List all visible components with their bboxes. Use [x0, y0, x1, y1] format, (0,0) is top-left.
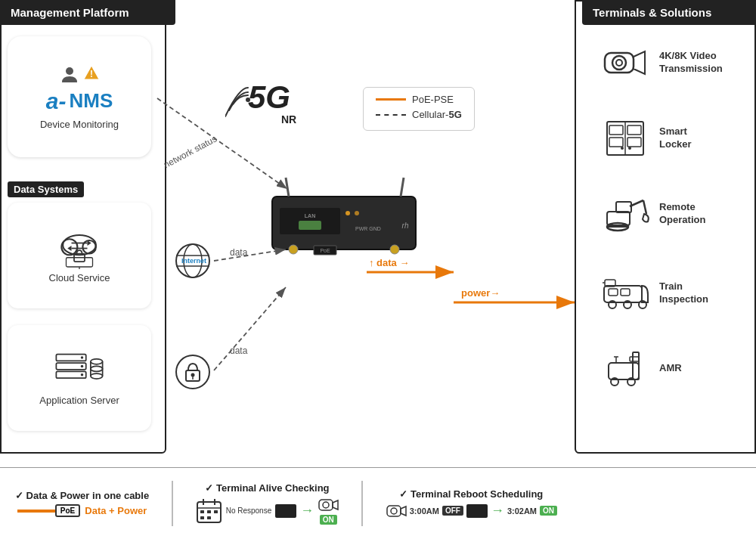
feature1-content: PoE Data + Power: [17, 504, 147, 517]
feature3-content: 3:00AM OFF → 3:02AM ON: [386, 503, 557, 519]
solution-amr: AMR: [599, 348, 750, 389]
poe-line-solid: [376, 98, 406, 101]
excavator-icon: [599, 193, 652, 234]
svg-point-16: [81, 356, 84, 359]
on-badge-1: ON: [320, 515, 337, 525]
svg-marker-107: [401, 506, 406, 516]
svg-point-106: [391, 508, 397, 514]
svg-line-74: [286, 178, 289, 197]
svg-line-39: [643, 200, 646, 214]
svg-point-72: [355, 211, 359, 215]
svg-rect-105: [387, 506, 401, 516]
svg-rect-43: [609, 289, 618, 296]
svg-point-17: [81, 365, 84, 368]
svg-point-77: [390, 245, 399, 254]
cellular-legend-item: Cellular-5G: [376, 109, 462, 120]
svg-point-3: [63, 235, 96, 255]
fiveg-nr-label: NR: [281, 113, 296, 125]
svg-line-83: [214, 287, 286, 370]
feature-alive-checking: ✓ Terminal Alive Checking No Response: [196, 482, 339, 525]
svg-rect-97: [200, 510, 204, 513]
camera-icon: [599, 42, 652, 83]
legend-box: PoE-PSE Cellular-5G: [363, 87, 475, 131]
svg-rect-99: [214, 510, 218, 513]
svg-text:PWR  GND: PWR GND: [355, 226, 381, 231]
poe-legend-label: PoE-PSE: [412, 94, 454, 105]
svg-point-22: [91, 373, 103, 379]
off-badge: OFF: [442, 506, 463, 516]
solution-remote: RemoteOperation: [599, 193, 750, 234]
poe-badge: PoE: [55, 504, 80, 517]
svg-point-25: [612, 56, 626, 70]
solution-train-label: TrainInspection: [659, 280, 750, 306]
cellular-legend-label: Cellular-5G: [412, 109, 462, 120]
security-lock-icon: [172, 352, 214, 393]
data-power-label: Data + Power: [85, 505, 147, 516]
svg-text:data: data: [230, 345, 248, 356]
app-server-icon: [53, 350, 106, 392]
solution-amr-label: AMR: [659, 362, 750, 375]
solution-video: 4K/8K VideoTransmission: [599, 42, 750, 83]
svg-rect-31: [627, 125, 641, 135]
calendar-icon: [196, 497, 222, 524]
no-response-label: No Response: [226, 506, 272, 515]
anms-logo: a- NMS: [46, 88, 113, 114]
svg-rect-50: [609, 363, 639, 379]
svg-text:rh: rh: [402, 221, 409, 230]
divider-1: [172, 481, 173, 526]
green-arrow2-icon: →: [491, 503, 504, 519]
cellular-line-dashed: [376, 114, 406, 116]
svg-point-76: [289, 245, 298, 254]
svg-rect-70: [299, 221, 321, 230]
svg-rect-37: [616, 202, 631, 212]
svg-text:network status: network status: [162, 134, 218, 171]
solution-locker-label: SmartLocker: [659, 125, 750, 151]
solution-train: TrainInspection: [599, 272, 750, 314]
device-monitoring-label: Device Monitoring: [40, 119, 119, 130]
svg-point-23: [91, 366, 103, 371]
svg-rect-98: [207, 510, 211, 513]
cloud-service-label: Cloud Service: [49, 272, 110, 283]
feature1-title: ✓ Data & Power in one cable: [15, 490, 149, 501]
time1-label: 3:00AM: [410, 506, 439, 516]
black-device-block2: [466, 504, 488, 518]
svg-rect-100: [200, 516, 204, 519]
on-badge-2: ON: [540, 506, 557, 516]
divider-2: [361, 481, 363, 526]
svg-text:Internet: Internet: [181, 257, 206, 265]
cloud-service-icon: [53, 228, 106, 269]
app-server-box: Application Server: [8, 325, 151, 431]
svg-rect-30: [609, 125, 623, 135]
amr-icon: [599, 348, 652, 389]
svg-rect-32: [609, 138, 623, 147]
green-arrow-icon: →: [300, 503, 314, 519]
camera2-icon: [386, 503, 407, 519]
fiveg-label: 5G: [248, 82, 290, 113]
internet-globe-icon: Internet: [172, 240, 214, 282]
svg-rect-44: [621, 289, 630, 296]
solution-video-label: 4K/8K VideoTransmission: [659, 50, 750, 76]
svg-text:power→: power→: [461, 287, 500, 299]
svg-rect-101: [207, 516, 211, 519]
solution-remote-label: RemoteOperation: [659, 201, 750, 227]
feature-data-power: ✓ Data & Power in one cable PoE Data + P…: [15, 490, 149, 517]
time2-label: 3:02AM: [507, 506, 537, 516]
svg-text:PoE: PoE: [320, 248, 330, 253]
feature-reboot-scheduling: ✓ Terminal Reboot Scheduling 3:00AM OFF …: [386, 488, 557, 519]
device-monitoring-box: ! a- NMS Device Monitoring: [8, 36, 151, 157]
svg-text:LAN: LAN: [305, 213, 315, 218]
router-svg: LAN PWR GND PoE rh: [257, 174, 431, 272]
svg-point-18: [81, 373, 84, 376]
orange-cable-line: [17, 510, 55, 513]
svg-text:!: !: [90, 69, 93, 79]
feature3-title: ✓ Terminal Reboot Scheduling: [399, 488, 543, 500]
svg-point-35: [628, 147, 631, 150]
svg-rect-52: [630, 357, 639, 361]
bottom-section: ✓ Data & Power in one cable PoE Data + P…: [0, 467, 756, 539]
svg-point-0: [66, 67, 73, 75]
app-server-label: Application Server: [39, 395, 119, 406]
feature2-title: ✓ Terminal Alive Checking: [205, 482, 329, 494]
svg-point-64: [191, 373, 195, 377]
router-device: LAN PWR GND PoE rh: [257, 174, 431, 275]
svg-rect-102: [319, 500, 333, 510]
